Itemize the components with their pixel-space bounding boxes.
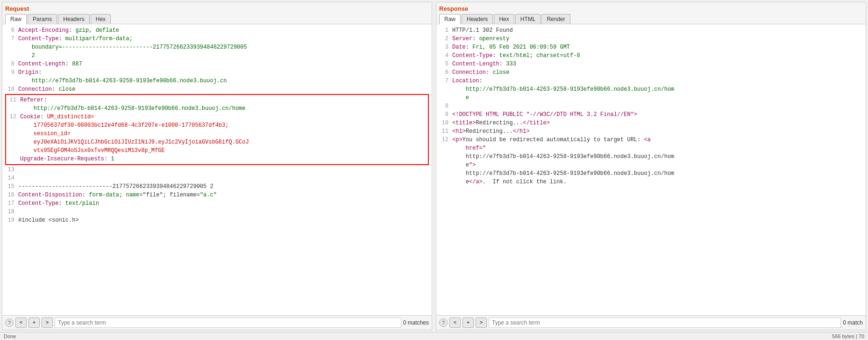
table-row: 15 ----------------------------217757266… [5, 182, 429, 191]
status-bar: Done 566 bytes | 70 [0, 332, 868, 340]
request-match-count: 0 matches [403, 319, 429, 326]
tab-request-raw[interactable]: Raw [5, 14, 27, 24]
request-next-button[interactable]: > [42, 318, 53, 328]
response-panel: Response Raw Headers Hex HTML Render 1 H… [436, 2, 866, 330]
table-row: 7 Location: http://e7fb3d7b-b014-4263-92… [439, 77, 863, 102]
request-content: 6 Accept-Encoding: gzip, deflate 7 Conte… [2, 24, 432, 315]
tab-response-raw[interactable]: Raw [439, 14, 461, 24]
response-tabs: Raw Headers Hex HTML Render [439, 14, 863, 24]
tab-response-render[interactable]: Render [541, 14, 570, 24]
response-footer: ? < + > 0 match [436, 315, 866, 330]
response-match-count: 0 match [843, 319, 863, 326]
tab-response-headers[interactable]: Headers [462, 14, 493, 24]
response-next-button[interactable]: > [476, 318, 487, 328]
status-right: 566 bytes | 70 [832, 333, 864, 339]
table-row: 9 <!DOCTYPE HTML PUBLIC "-//W3C//DTD HTM… [439, 110, 863, 119]
table-row: 3 Date: Fri, 05 Feb 2021 06:09:59 GMT [439, 43, 863, 51]
request-help-icon[interactable]: ? [5, 318, 14, 327]
table-row: 6 Accept-Encoding: gzip, deflate [5, 26, 429, 35]
response-help-icon[interactable]: ? [439, 318, 448, 327]
table-row: 12 <p>You should be redirected automatic… [439, 136, 863, 186]
request-header: Request Raw Params Headers Hex [2, 2, 432, 24]
request-search-input[interactable] [55, 318, 401, 328]
response-content: 1 HTTP/1.1 302 Found 2 Server: openresty… [436, 24, 866, 315]
table-row: 16 Content-Disposition: form-data; name=… [5, 191, 429, 199]
request-title: Request [5, 4, 429, 14]
tab-request-params[interactable]: Params [28, 14, 57, 24]
response-add-button[interactable]: + [462, 318, 474, 328]
tab-response-hex[interactable]: Hex [494, 14, 514, 24]
request-prev-button[interactable]: < [15, 318, 27, 328]
response-prev-button[interactable]: < [449, 318, 461, 328]
table-row: 5 Content-Length: 333 [439, 60, 863, 68]
request-tabs: Raw Params Headers Hex [5, 14, 429, 24]
tab-response-html[interactable]: HTML [515, 14, 541, 24]
table-row: 17 Content-Type: text/plain [5, 199, 429, 208]
highlighted-block: 11 Referer: http://e7fb3d7b-b014-4263-92… [5, 94, 429, 165]
request-panel: Request Raw Params Headers Hex 6 Accept-… [2, 2, 432, 330]
table-row: 12 Cookie: UM_distinctid= 17705637df30-0… [7, 113, 427, 163]
table-row: 11 Referer: http://e7fb3d7b-b014-4263-92… [7, 96, 427, 113]
table-row: 7 Content-Type: multipart/form-data; bou… [5, 35, 429, 60]
table-row: 8 [439, 102, 863, 110]
tab-request-hex[interactable]: Hex [91, 14, 111, 24]
request-add-button[interactable]: + [28, 318, 40, 328]
table-row: 18 [5, 208, 429, 216]
table-row: 10 Connection: close [5, 85, 429, 94]
table-row: 10 <title>Redirecting...</title> [439, 119, 863, 127]
table-row: 6 Connection: close [439, 68, 863, 77]
request-footer: ? < + > 0 matches [2, 315, 432, 330]
table-row: 9 Origin: http://e7fb3d7b-b014-4263-9258… [5, 68, 429, 85]
response-search-input[interactable] [489, 318, 841, 328]
table-row: 11 <h1>Redirecting...</h1> [439, 127, 863, 136]
table-row: 8 Content-Length: 887 [5, 60, 429, 68]
response-title: Response [439, 4, 863, 14]
status-left: Done [4, 333, 16, 339]
table-row: 2 Server: openresty [439, 35, 863, 43]
table-row: 1 HTTP/1.1 302 Found [439, 26, 863, 35]
table-row: 14 [5, 174, 429, 182]
table-row: 13 [5, 166, 429, 174]
table-row: 4 Content-Type: text/html; charset=utf-8 [439, 51, 863, 60]
table-row: 19 #include <sonic.h> [5, 216, 429, 224]
response-header: Response Raw Headers Hex HTML Render [436, 2, 866, 24]
tab-request-headers[interactable]: Headers [58, 14, 89, 24]
